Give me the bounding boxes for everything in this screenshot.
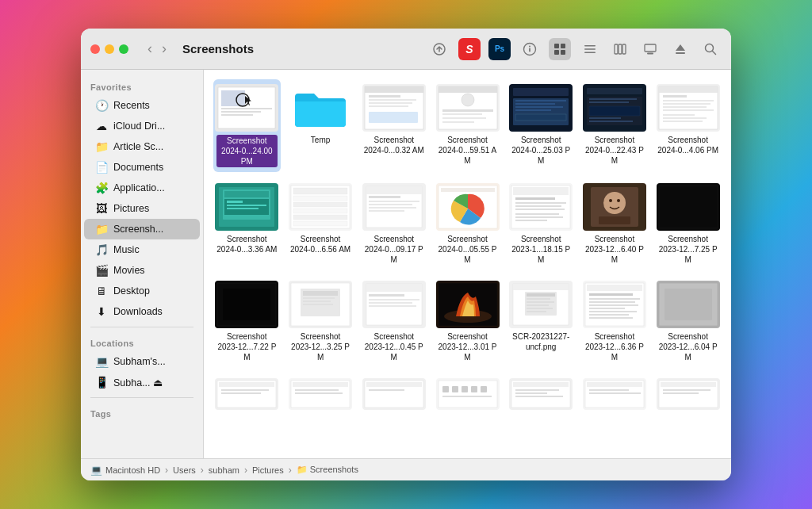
- sidebar-item-applications[interactable]: 🧩 Applicatio...: [84, 178, 200, 198]
- list-item[interactable]: [360, 373, 427, 418]
- list-item[interactable]: Screenshot2024-0...09.17 PM: [360, 178, 427, 270]
- svg-rect-24: [221, 111, 261, 113]
- svg-rect-180: [481, 386, 487, 392]
- file-name: Screenshot2023-1...18.15 PM: [511, 234, 572, 265]
- finder-window: ‹ › Screenshots S Ps: [81, 29, 731, 480]
- list-item[interactable]: Screenshot2023-12...3.01 PM: [434, 276, 501, 367]
- file-area[interactable]: Screenshot2024-0...24.00 PM Temp: [204, 70, 731, 458]
- list-item[interactable]: Screenshot2024-0...0.32 AM: [360, 79, 427, 172]
- airdrop-icon[interactable]: [428, 38, 450, 60]
- list-item[interactable]: Temp: [287, 79, 354, 172]
- file-thumbnail: [436, 84, 500, 132]
- svg-rect-167: [293, 382, 348, 387]
- column-view-icon[interactable]: [609, 38, 631, 60]
- sidebar: Favorites 🕐 Recents ☁ iCloud Dri... 📁 Ar…: [81, 70, 204, 458]
- sidebar-item-movies[interactable]: 🎬 Movies: [84, 260, 200, 281]
- svg-rect-77: [227, 208, 259, 209]
- list-item[interactable]: Screenshot2024-0...05.55 PM: [434, 178, 501, 270]
- breadcrumb-hd[interactable]: 💻 Macintosh HD: [90, 465, 160, 476]
- svg-rect-107: [515, 220, 547, 221]
- svg-rect-138: [513, 284, 569, 290]
- file-thumbnail: [215, 281, 278, 328]
- svg-rect-34: [369, 112, 418, 123]
- list-item[interactable]: [213, 373, 281, 418]
- sidebar-item-subhams-mac[interactable]: 💻 Subham's...: [84, 351, 200, 372]
- sidebar-item-pictures[interactable]: 🖼 Pictures: [84, 198, 200, 219]
- info-icon[interactable]: [519, 38, 541, 60]
- sidebar-item-music[interactable]: 🎵 Music: [84, 239, 200, 260]
- drive-icon: 📱: [95, 376, 108, 388]
- back-button[interactable]: ‹: [144, 39, 155, 59]
- list-item[interactable]: Screenshot2023-12...6.40 PM: [581, 178, 649, 270]
- gallery-view-icon[interactable]: [639, 38, 661, 60]
- list-item[interactable]: Screenshot2023-12...6.04 PM: [654, 276, 722, 367]
- sidebar-divider-2: [90, 397, 193, 398]
- list-item[interactable]: Screenshot2023-12...7.25 PM: [654, 178, 722, 270]
- file-thumbnail: [436, 378, 500, 410]
- file-thumbnail: [215, 378, 278, 410]
- file-thumbnail: [362, 183, 426, 231]
- sidebar-item-downloads[interactable]: ⬇ Downloads: [84, 301, 200, 322]
- list-item[interactable]: Screenshot2024-0...4.06 PM: [654, 79, 722, 172]
- sidebar-item-recents[interactable]: 🕐 Recents: [84, 95, 200, 116]
- file-name: Screenshot2023-12...0.45 PM: [363, 331, 424, 362]
- sidebar-item-articles[interactable]: 📁 Article Sc...: [84, 136, 200, 157]
- sidebar-item-screenshots[interactable]: 📁 Screensh...: [84, 219, 200, 239]
- file-thumbnail: [362, 84, 426, 132]
- svg-rect-10: [584, 52, 596, 53]
- breadcrumb-subham[interactable]: subham: [209, 465, 239, 475]
- list-item[interactable]: [581, 373, 649, 418]
- svg-rect-197: [663, 392, 699, 394]
- svg-rect-25: [221, 114, 253, 116]
- list-item[interactable]: [654, 373, 722, 418]
- list-item[interactable]: Screenshot2024-0...25.03 PM: [508, 79, 575, 172]
- eject-icon[interactable]: [669, 38, 691, 60]
- svg-rect-185: [515, 389, 559, 391]
- sidebar-item-documents[interactable]: 📄 Documents: [84, 157, 200, 178]
- search-icon[interactable]: [699, 38, 722, 60]
- svg-point-38: [462, 94, 474, 106]
- list-item[interactable]: [287, 373, 354, 418]
- breadcrumb-sep-3: ›: [244, 465, 247, 476]
- file-name: Screenshot2024-0...25.03 PM: [511, 135, 572, 166]
- sidebar-item-subha-drive[interactable]: 📱 Subha... ⏏: [84, 372, 200, 392]
- close-button[interactable]: [90, 44, 100, 54]
- list-item[interactable]: Screenshot2024-0...6.56 AM: [287, 178, 354, 270]
- forward-button[interactable]: ›: [159, 39, 170, 59]
- breadcrumb-pictures-label: Pictures: [252, 465, 284, 475]
- sidebar-item-desktop[interactable]: 🖥 Desktop: [84, 281, 200, 301]
- minimize-button[interactable]: [105, 44, 114, 54]
- svg-rect-33: [369, 105, 408, 107]
- breadcrumb-pictures[interactable]: Pictures: [252, 465, 284, 475]
- list-item[interactable]: Screenshot2024-0...59.51 AM: [434, 79, 501, 172]
- mac-icon: 💻: [95, 355, 108, 368]
- list-item[interactable]: Screenshot2023-12...3.25 PM: [287, 276, 354, 367]
- maximize-button[interactable]: [119, 44, 128, 54]
- grid-view-icon[interactable]: [549, 38, 571, 60]
- breadcrumb-users[interactable]: Users: [173, 465, 196, 475]
- list-item[interactable]: Screenshot2024-0...3.36 AM: [213, 178, 281, 270]
- spark-icon[interactable]: S: [458, 38, 481, 60]
- list-item[interactable]: Screenshot2023-12...7.22 PM: [213, 276, 281, 367]
- svg-rect-125: [303, 304, 333, 305]
- list-item[interactable]: Screenshot2024-0...24.00 PM: [213, 79, 281, 172]
- photoshop-icon[interactable]: Ps: [488, 38, 511, 60]
- list-item[interactable]: Screenshot2023-12...0.45 PM: [360, 276, 427, 367]
- list-item[interactable]: Screenshot2024-0...22.43 PM: [581, 79, 649, 172]
- breadcrumb-screenshots[interactable]: 📁 Screenshots: [297, 465, 358, 475]
- svg-rect-105: [515, 213, 559, 215]
- sidebar-item-icloud[interactable]: ☁ iCloud Dri...: [84, 116, 200, 136]
- list-item[interactable]: Screenshot2023-12...6.36 PM: [581, 276, 649, 367]
- svg-rect-45: [513, 98, 569, 125]
- list-item[interactable]: [434, 373, 501, 418]
- list-item[interactable]: SCR-20231227-uncf.png: [508, 276, 575, 367]
- list-view-icon[interactable]: [579, 38, 601, 60]
- svg-rect-62: [663, 95, 687, 98]
- svg-rect-57: [589, 117, 621, 119]
- svg-rect-7: [561, 50, 565, 55]
- drive-label: Subha... ⏏: [113, 377, 163, 388]
- list-item[interactable]: Screenshot2023-1...18.15 PM: [508, 178, 575, 270]
- svg-rect-50: [515, 114, 566, 121]
- svg-rect-11: [615, 44, 618, 54]
- list-item[interactable]: [508, 373, 575, 418]
